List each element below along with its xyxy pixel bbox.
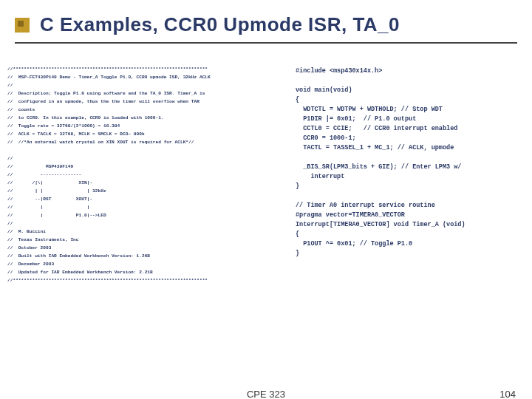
title-row: C Examples, CCR0 Upmode ISR, TA_0 — [0, 0, 532, 42]
left-code-block: //**************************************… — [7, 65, 211, 284]
footer-course: CPE 323 — [247, 389, 285, 399]
slide: C Examples, CCR0 Upmode ISR, TA_0 //****… — [0, 0, 532, 399]
right-code-block: #include <msp430x14x.h> void main(void) … — [296, 66, 466, 259]
content-area: //**************************************… — [7, 65, 525, 361]
title-bullet-icon — [15, 18, 30, 33]
footer-page-number: 104 — [499, 389, 516, 399]
horizontal-rule — [15, 42, 517, 44]
slide-title: C Examples, CCR0 Upmode ISR, TA_0 — [40, 13, 400, 36]
